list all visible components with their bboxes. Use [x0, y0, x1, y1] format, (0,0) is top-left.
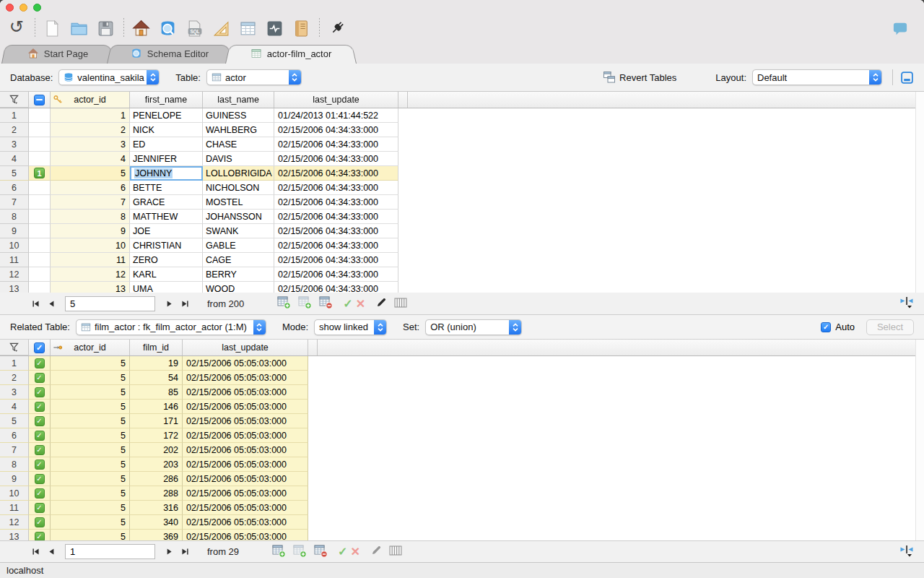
row-number[interactable]: 12: [0, 267, 29, 282]
row-number[interactable]: 9: [0, 224, 29, 238]
cell-first-name[interactable]: ZERO: [130, 253, 203, 267]
cell-actor-id[interactable]: 5: [51, 414, 130, 428]
add-record-icon[interactable]: [277, 296, 291, 311]
film-actor-table-row[interactable]: 2✓55402/15/2006 05:05:03:000: [0, 371, 924, 385]
cell-last-name[interactable]: WOOD: [203, 282, 274, 293]
cell-first-name[interactable]: ED: [130, 137, 203, 152]
database-select[interactable]: valentina_sakila: [58, 69, 160, 85]
columns-view-icon[interactable]: [394, 298, 407, 310]
schema-editor-icon[interactable]: [157, 17, 178, 39]
cell-actor-id[interactable]: 5: [51, 515, 130, 530]
cell-actor-id[interactable]: 5: [51, 486, 130, 501]
cell-film-id[interactable]: 203: [130, 457, 183, 472]
zoom-window-icon[interactable]: [33, 4, 41, 12]
last-record-icon[interactable]: [177, 296, 193, 311]
previous-record-icon[interactable]: [43, 296, 59, 311]
row-select-cell[interactable]: ✓: [29, 414, 51, 428]
cell-film-id[interactable]: 369: [130, 530, 183, 540]
cell-actor-id[interactable]: 5: [51, 443, 130, 457]
auto-checkbox[interactable]: ✓: [821, 322, 831, 332]
column-header-last-name[interactable]: last_name: [203, 92, 274, 108]
last-record-icon[interactable]: [177, 545, 193, 559]
cell-first-name[interactable]: BETTE: [130, 181, 203, 195]
cell-film-id[interactable]: 54: [130, 371, 183, 385]
cell-actor-id[interactable]: 2: [51, 123, 130, 137]
column-header-actor-id[interactable]: actor_id: [51, 92, 130, 108]
duplicate-record-icon[interactable]: [298, 296, 312, 311]
film-actor-table-row[interactable]: 12✓534002/15/2006 05:05:03:000: [0, 515, 924, 530]
cell-actor-id[interactable]: 3: [51, 137, 130, 152]
column-header-first-name[interactable]: first_name: [130, 92, 203, 108]
row-select-cell[interactable]: ✓: [29, 371, 51, 385]
row-number[interactable]: 6: [0, 428, 29, 443]
cell-actor-id[interactable]: 5: [51, 530, 130, 540]
cell-actor-id[interactable]: 4: [51, 152, 130, 166]
row-select-cell[interactable]: [29, 238, 51, 253]
row-select-cell[interactable]: ✓: [29, 443, 51, 457]
cell-last-update[interactable]: 02/15/2006 04:34:33:000: [274, 253, 398, 267]
row-select-cell[interactable]: ✓: [29, 530, 51, 540]
actor-table-row[interactable]: 88MATTHEWJOHANSSON02/15/2006 04:34:33:00…: [0, 210, 924, 224]
next-record-icon[interactable]: [161, 296, 177, 311]
cell-last-name[interactable]: WAHLBERG: [203, 123, 274, 137]
actor-table-row[interactable]: 1212KARLBERRY02/15/2006 04:34:33:000: [0, 267, 924, 282]
film-actor-table-row[interactable]: 11✓531602/15/2006 05:05:03:000: [0, 501, 924, 515]
row-select-cell[interactable]: ✓: [29, 356, 51, 371]
cell-last-update[interactable]: 02/15/2006 04:34:33:000: [274, 238, 398, 253]
discard-changes-icon[interactable]: ✕: [350, 545, 359, 558]
row-number[interactable]: 12: [0, 515, 29, 530]
cell-last-name[interactable]: NICHOLSON: [203, 181, 274, 195]
first-record-icon[interactable]: [27, 296, 43, 311]
cell-last-name[interactable]: GUINESS: [203, 108, 274, 123]
cell-first-name[interactable]: PENELOPE: [130, 108, 203, 123]
row-number[interactable]: 1: [0, 356, 29, 371]
cell-actor-id[interactable]: 5: [51, 428, 130, 443]
row-select-cell[interactable]: ✓: [29, 428, 51, 443]
cell-last-update[interactable]: 02/15/2006 04:34:33:000: [274, 123, 398, 137]
row-number[interactable]: 3: [0, 137, 29, 152]
row-select-cell[interactable]: ✓: [29, 457, 51, 472]
row-number[interactable]: 7: [0, 443, 29, 457]
row-select-cell[interactable]: ✓: [29, 501, 51, 515]
column-header-film-id[interactable]: film_id: [130, 340, 183, 355]
cell-last-update[interactable]: 02/15/2006 04:34:33:000: [274, 166, 398, 181]
report-icon[interactable]: [290, 17, 312, 39]
cell-last-update[interactable]: 01/24/2013 01:41:44:522: [274, 108, 398, 123]
actor-table-row[interactable]: 1111ZEROCAGE02/15/2006 04:34:33:000: [0, 253, 924, 267]
cell-last-name[interactable]: CHASE: [203, 137, 274, 152]
related-table-select[interactable]: film_actor : fk_film_actor_actor (1:M): [76, 319, 266, 335]
row-number[interactable]: 10: [0, 238, 29, 253]
cell-actor-id[interactable]: 13: [51, 282, 130, 293]
record-position-input[interactable]: [65, 296, 155, 311]
cell-film-id[interactable]: 172: [130, 428, 183, 443]
row-select-cell[interactable]: [29, 282, 51, 293]
cell-first-name[interactable]: JENNIFER: [130, 152, 203, 166]
cell-film-id[interactable]: 19: [130, 356, 183, 371]
cell-film-id[interactable]: 316: [130, 501, 183, 515]
row-number[interactable]: 9: [0, 472, 29, 486]
actor-table-row[interactable]: 11PENELOPEGUINESS01/24/2013 01:41:44:522: [0, 108, 924, 123]
cell-last-update[interactable]: 02/15/2006 04:34:33:000: [274, 224, 398, 238]
row-number[interactable]: 6: [0, 181, 29, 195]
row-number[interactable]: 3: [0, 385, 29, 400]
cell-last-name[interactable]: JOHANSSON: [203, 210, 274, 224]
cell-first-name[interactable]: MATTHEW: [130, 210, 203, 224]
row-number[interactable]: 2: [0, 123, 29, 137]
cell-film-id[interactable]: 286: [130, 472, 183, 486]
row-select-cell[interactable]: [29, 210, 51, 224]
cell-actor-id[interactable]: 11: [51, 253, 130, 267]
cell-film-id[interactable]: 288: [130, 486, 183, 501]
cell-last-update[interactable]: 02/15/2006 05:05:03:000: [183, 515, 308, 530]
row-number[interactable]: 7: [0, 195, 29, 210]
select-all-checkbox[interactable]: [29, 92, 51, 108]
cell-last-name[interactable]: LOLLOBRIGIDA: [203, 166, 274, 181]
film-actor-table-row[interactable]: 6✓517202/15/2006 05:05:03:000: [0, 428, 924, 443]
home-icon[interactable]: [130, 17, 152, 39]
save-icon[interactable]: [95, 17, 116, 39]
row-select-cell[interactable]: [29, 108, 51, 123]
column-header-actor-id[interactable]: actor_id: [51, 340, 130, 355]
film-actor-table-row[interactable]: 7✓520202/15/2006 05:05:03:000: [0, 443, 924, 457]
row-number[interactable]: 10: [0, 486, 29, 501]
cell-actor-id[interactable]: 12: [51, 267, 130, 282]
cell-actor-id[interactable]: 5: [51, 400, 130, 414]
